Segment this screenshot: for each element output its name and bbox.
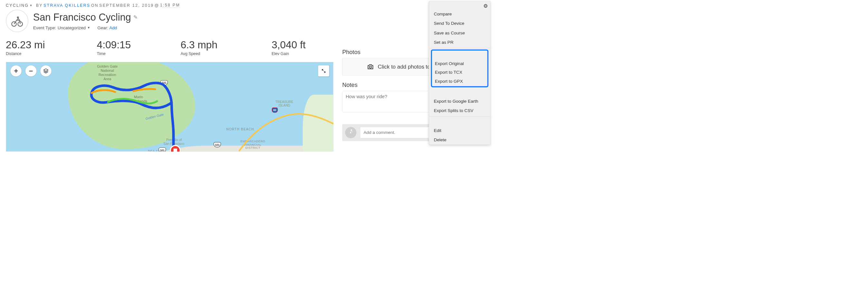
svg-point-4 bbox=[350, 129, 352, 131]
menu-delete[interactable]: Delete bbox=[429, 135, 490, 144]
menu-save-course[interactable]: Save as Course bbox=[429, 28, 490, 38]
fullscreen-icon bbox=[321, 69, 326, 73]
activity-date: SEPTEMBER 12, 2019 bbox=[99, 3, 154, 8]
by-label: BY bbox=[36, 3, 43, 8]
menu-export-original[interactable]: Export Original bbox=[432, 59, 488, 68]
stat-distance-label: Distance bbox=[6, 51, 97, 56]
gear-label: Gear: bbox=[97, 26, 108, 30]
menu-export-gpx[interactable]: Export to GPX bbox=[432, 76, 488, 85]
menu-send-device[interactable]: Send To Device bbox=[429, 19, 490, 28]
stat-avgspeed-value: 6.3 mph bbox=[180, 39, 272, 51]
map-zoom-in-button[interactable]: + bbox=[10, 65, 22, 76]
menu-export-splits-csv[interactable]: Export Splits to CSV bbox=[429, 106, 490, 115]
stat-avgspeed: 6.3 mph Avg Speed bbox=[180, 39, 272, 56]
svg-point-2 bbox=[17, 17, 19, 18]
activity-map[interactable]: Golden GateNationalRecreationArea MarinH… bbox=[6, 62, 334, 152]
stat-elev-value: 3,040 ft bbox=[272, 39, 327, 51]
activity-type-select[interactable]: CYCLING bbox=[6, 3, 29, 8]
at-label: @ bbox=[155, 3, 159, 8]
options-menu: ⚙ Compare Send To Device Save as Course … bbox=[429, 1, 490, 144]
chevron-down-icon[interactable]: ▼ bbox=[87, 26, 90, 29]
stat-elev-label: Elev Gain bbox=[272, 51, 327, 56]
edit-title-button[interactable]: ✎ bbox=[133, 14, 137, 20]
stat-distance: 26.23 mi Distance bbox=[6, 39, 97, 56]
stat-time: 4:09:15 Time bbox=[97, 39, 181, 56]
add-gear-link[interactable]: Add bbox=[109, 26, 117, 30]
camera-icon bbox=[367, 63, 374, 70]
svg-point-3 bbox=[370, 66, 372, 68]
stat-distance-value: 26.23 mi bbox=[6, 39, 97, 51]
page-title: San Francisco Cycling ✎ bbox=[33, 11, 137, 23]
avatar bbox=[345, 127, 356, 138]
cycling-icon bbox=[11, 15, 23, 27]
event-type-label: Event Type: bbox=[33, 26, 56, 31]
export-group-highlight: Export Original Export to TCX Export to … bbox=[431, 50, 489, 88]
activity-sport-icon bbox=[6, 10, 28, 32]
stat-time-value: 4:09:15 bbox=[97, 39, 181, 51]
activity-time: 1:58 PM bbox=[160, 3, 180, 8]
menu-export-google-earth[interactable]: Export to Google Earth bbox=[429, 96, 490, 105]
route-path bbox=[6, 62, 334, 152]
event-type-value[interactable]: Uncategorized bbox=[58, 26, 86, 31]
map-layers-button[interactable] bbox=[40, 65, 52, 76]
chevron-down-icon[interactable]: ▼ bbox=[29, 4, 33, 7]
map-fullscreen-button[interactable] bbox=[318, 65, 329, 76]
on-label: ON bbox=[91, 3, 99, 8]
menu-set-pr[interactable]: Set as PR bbox=[429, 38, 490, 47]
runner-icon bbox=[347, 129, 354, 136]
menu-edit[interactable]: Edit bbox=[429, 126, 490, 135]
author-link[interactable]: STRAVA QKILLERS bbox=[43, 3, 90, 8]
activity-title-text: San Francisco Cycling bbox=[33, 11, 131, 23]
breadcrumb: CYCLING ▼ BY STRAVA QKILLERS ON SEPTEMBE… bbox=[6, 3, 485, 8]
stat-avgspeed-label: Avg Speed bbox=[180, 51, 272, 56]
layers-icon bbox=[43, 68, 49, 74]
stat-time-label: Time bbox=[97, 51, 181, 56]
menu-export-tcx[interactable]: Export to TCX bbox=[432, 68, 488, 76]
menu-compare[interactable]: Compare bbox=[429, 9, 490, 19]
stat-elev: 3,040 ft Elev Gain bbox=[272, 39, 327, 56]
map-zoom-out-button[interactable]: − bbox=[26, 65, 37, 76]
gear-icon[interactable]: ⚙ bbox=[483, 3, 488, 9]
